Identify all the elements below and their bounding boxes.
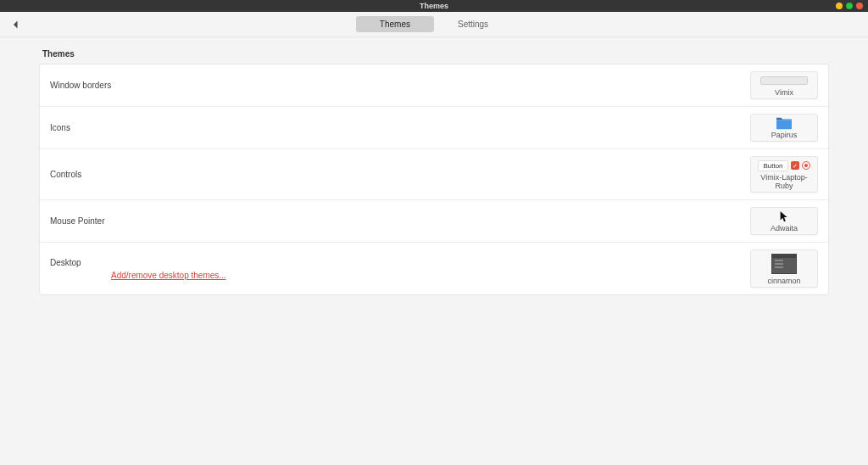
window-title: Themes xyxy=(0,0,868,12)
mouse-pointer-selector[interactable]: Adwaita xyxy=(750,207,818,235)
window-borders-selector[interactable]: Vimix xyxy=(750,71,818,99)
row-desktop: Desktop Add/remove desktop themes... cin… xyxy=(40,243,828,294)
icons-selector[interactable]: Papirus xyxy=(750,114,818,142)
close-icon[interactable] xyxy=(856,3,863,9)
row-label: Desktop xyxy=(50,258,226,267)
row-mouse-pointer: Mouse Pointer Adwaita xyxy=(40,200,828,243)
tab-settings[interactable]: Settings xyxy=(434,16,512,32)
controls-value: Vimix-Laptop-Ruby xyxy=(753,173,815,190)
section-heading: Themes xyxy=(39,49,829,59)
back-button[interactable] xyxy=(8,17,24,32)
folder-icon xyxy=(756,116,812,130)
mouse-pointer-value: Adwaita xyxy=(771,224,798,232)
desktop-value: cinnamon xyxy=(767,277,800,285)
row-icons: Icons Papirus xyxy=(40,107,828,149)
desktop-preview-icon xyxy=(756,252,812,276)
row-label: Icons xyxy=(50,123,70,132)
window-borders-value: Vimix xyxy=(775,88,793,97)
themes-list: Window borders Vimix Icons xyxy=(39,64,829,295)
titlebar: Themes xyxy=(0,0,868,12)
row-window-borders: Window borders Vimix xyxy=(40,64,828,107)
tab-themes[interactable]: Themes xyxy=(356,16,434,32)
radio-icon xyxy=(802,161,810,170)
tab-bar: Themes Settings xyxy=(356,16,512,32)
svg-rect-0 xyxy=(776,120,792,129)
checkbox-icon xyxy=(791,161,799,170)
add-remove-themes-link[interactable]: Add/remove desktop themes... xyxy=(111,271,226,280)
cursor-icon xyxy=(756,210,812,223)
mini-button-label: Button xyxy=(758,160,787,171)
controls-preview-icon: Button xyxy=(756,159,812,172)
content: Themes Window borders Vimix Icons xyxy=(0,37,868,307)
controls-selector[interactable]: Button Vimix-Laptop-Ruby xyxy=(750,156,818,193)
row-controls: Controls Button Vimix-Laptop-Ruby xyxy=(40,149,828,200)
minimize-icon[interactable] xyxy=(836,3,843,9)
row-label: Mouse Pointer xyxy=(50,216,104,226)
window-controls xyxy=(836,0,863,12)
window-border-preview-icon xyxy=(756,74,812,87)
desktop-selector[interactable]: cinnamon xyxy=(750,249,818,288)
row-label: Controls xyxy=(50,170,81,179)
row-label: Window borders xyxy=(50,81,111,90)
icons-value: Papirus xyxy=(771,131,798,139)
maximize-icon[interactable] xyxy=(846,3,853,9)
toolbar: Themes Settings xyxy=(0,12,868,37)
back-arrow-icon xyxy=(11,20,21,30)
